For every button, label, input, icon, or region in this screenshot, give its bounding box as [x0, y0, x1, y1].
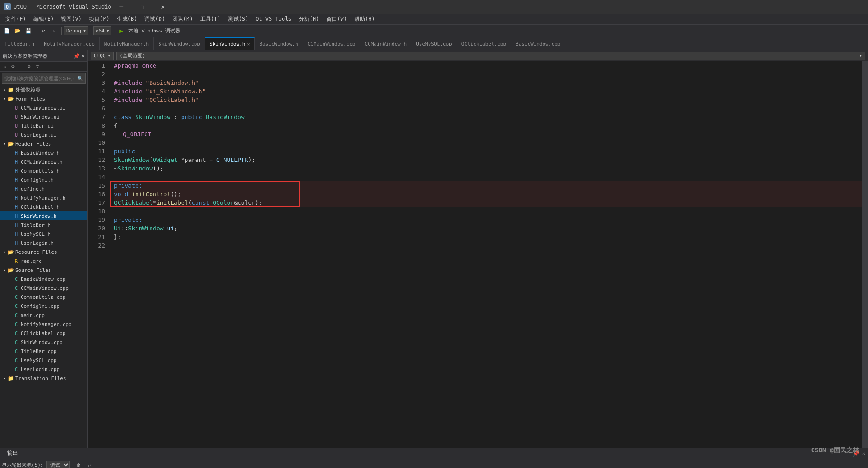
- menu-item[interactable]: 窗口(W): [323, 14, 351, 24]
- menu-item[interactable]: 生成(B): [113, 14, 141, 24]
- output-clear-btn[interactable]: 🗑: [73, 460, 83, 468]
- menu-item[interactable]: 视图(V): [57, 14, 85, 24]
- editor-tab[interactable]: CCMainWindow.cpp: [303, 37, 361, 50]
- tree-folder[interactable]: ▸📁外部依赖项: [0, 85, 87, 94]
- menu-item[interactable]: 测试(S): [224, 14, 252, 24]
- tree-file[interactable]: Rres.qrc: [0, 257, 87, 266]
- tree-file[interactable]: HCCMainWindow.h: [0, 157, 87, 166]
- undo-btn[interactable]: ↩: [38, 26, 48, 36]
- tree-file[interactable]: CUserLogin.cpp: [0, 365, 87, 374]
- tree-file[interactable]: HQClickLabel.h: [0, 202, 87, 211]
- new-file-btn[interactable]: 📄: [2, 26, 12, 36]
- se-collapse-btn[interactable]: —: [17, 63, 25, 71]
- tree-node-icon: H: [13, 159, 20, 165]
- tree-file[interactable]: CUseMySQL.cpp: [0, 356, 87, 365]
- editor-tab[interactable]: QClickLabel.cpp: [457, 37, 511, 50]
- tree-file[interactable]: UTitleBar.ui: [0, 121, 87, 130]
- tree-file[interactable]: CSkinWindow.cpp: [0, 338, 87, 347]
- editor-tab[interactable]: SkinWindow.h✕: [205, 37, 255, 50]
- tree-file[interactable]: UUserLogin.ui: [0, 130, 87, 139]
- tree-folder[interactable]: ▾📂Source Files: [0, 266, 87, 275]
- tree-file[interactable]: CNotifyManager.cpp: [0, 320, 87, 329]
- menu-item[interactable]: 帮助(H): [351, 14, 379, 24]
- menu-item[interactable]: 分析(N): [295, 14, 323, 24]
- output-wrap-btn[interactable]: ↵: [84, 460, 94, 468]
- se-filter-btn[interactable]: ▽: [33, 63, 41, 71]
- platform-dropdown[interactable]: x64 ▾: [93, 26, 112, 35]
- se-refresh-btn[interactable]: ⟳: [9, 63, 17, 71]
- editor-scrollbar[interactable]: [862, 61, 868, 448]
- redo-btn[interactable]: ↪: [49, 26, 59, 36]
- tree-file[interactable]: HUserLogin.h: [0, 239, 87, 248]
- tree-file[interactable]: HConfiglni.h: [0, 175, 87, 184]
- minimize-button[interactable]: ─: [111, 0, 132, 14]
- code-content[interactable]: #pragma once #include "BasicWindow.h"#in…: [110, 61, 862, 448]
- tree-folder[interactable]: ▾📂Header Files: [0, 139, 87, 148]
- bottom-panel-tabs: 输出 📌 ✕: [0, 448, 868, 459]
- tree-file[interactable]: CBasicWindow.cpp: [0, 275, 87, 284]
- menu-item[interactable]: 调试(D): [141, 14, 169, 24]
- se-close-btn[interactable]: ✕: [82, 53, 85, 59]
- tree-node-label: Translation Files: [15, 376, 66, 381]
- tree-folder[interactable]: ▾📂Form Files: [0, 94, 87, 103]
- maximize-button[interactable]: ☐: [132, 0, 153, 14]
- tree-file[interactable]: Cmain.cpp: [0, 311, 87, 320]
- tree-file[interactable]: HTitleBar.h: [0, 220, 87, 229]
- tree-file[interactable]: HSkinWindow.h: [0, 211, 87, 220]
- tree-folder[interactable]: ▾📂Resource Files: [0, 248, 87, 257]
- tree-file[interactable]: UCCMainWindow.ui: [0, 103, 87, 112]
- se-toolbar: ↕ ⟳ — ⚙ ▽: [0, 62, 87, 72]
- editor-tab[interactable]: NotifyManager.h: [100, 37, 154, 50]
- tree-file[interactable]: USkinWindow.ui: [0, 112, 87, 121]
- output-tab[interactable]: 输出: [3, 448, 23, 459]
- menu-item[interactable]: 团队(M): [169, 14, 196, 24]
- tree-file[interactable]: HUseMySQL.h: [0, 229, 87, 239]
- menu-item[interactable]: 编辑(E): [30, 14, 58, 24]
- tree-node-icon: C: [13, 349, 20, 354]
- scope-selector[interactable]: (全局范围) ▾: [116, 52, 865, 60]
- project-dropdown-icon: ▾: [108, 53, 111, 59]
- tree-file[interactable]: CConfiglni.cpp: [0, 302, 87, 311]
- tree-node-label: Configlni.h: [21, 177, 54, 183]
- menu-item[interactable]: 文件(F): [2, 14, 30, 24]
- bp-close-btn[interactable]: ✕: [862, 450, 865, 457]
- se-settings-btn[interactable]: ⚙: [25, 63, 33, 71]
- tab-close-btn[interactable]: ✕: [247, 41, 250, 46]
- tree-file[interactable]: CCCMainWindow.cpp: [0, 284, 87, 293]
- window-controls: ─ ☐ ✕: [111, 0, 174, 14]
- config-dropdown[interactable]: Debug ▾: [64, 26, 88, 35]
- project-selector[interactable]: QtQQ ▾: [91, 52, 114, 60]
- tree-file[interactable]: HCommonUtils.h: [0, 166, 87, 175]
- editor-tab[interactable]: NotifyManager.cpp: [39, 37, 100, 50]
- tree-file[interactable]: CCommonUtils.cpp: [0, 293, 87, 302]
- save-btn[interactable]: 💾: [23, 26, 33, 36]
- editor-tab[interactable]: CCMainWindow.h: [360, 37, 411, 50]
- menu-item[interactable]: 项目(P): [85, 14, 113, 24]
- code-line: [114, 173, 862, 181]
- tree-file[interactable]: Hdefine.h: [0, 184, 87, 193]
- tree-node-icon: H: [13, 213, 20, 219]
- editor-tab[interactable]: TitleBar.h: [0, 37, 39, 50]
- se-sync-btn[interactable]: ↕: [1, 63, 9, 71]
- tree-folder[interactable]: ▸📁Translation Files: [0, 374, 87, 383]
- editor-tab[interactable]: SkinWindow.cpp: [154, 37, 205, 50]
- editor-tab[interactable]: BasicWindow.cpp: [511, 37, 565, 50]
- tree-file[interactable]: CQClickLabel.cpp: [0, 329, 87, 338]
- menu-item[interactable]: 工具(T): [196, 14, 224, 24]
- code-line: Q_OBJECT: [114, 130, 862, 138]
- se-search-box[interactable]: 🔍: [2, 73, 86, 84]
- tree-file[interactable]: CTitleBar.cpp: [0, 347, 87, 356]
- se-search-input[interactable]: [4, 76, 77, 81]
- open-btn[interactable]: 📂: [13, 26, 23, 36]
- title-bar: Q QtQQ - Microsoft Visual Studio ─ ☐ ✕: [0, 0, 868, 14]
- menu-item[interactable]: Qt VS Tools: [252, 14, 295, 23]
- start-debug-btn[interactable]: ▶: [116, 26, 126, 36]
- close-button[interactable]: ✕: [153, 0, 174, 14]
- tree-file[interactable]: HBasicWindow.h: [0, 148, 87, 157]
- tree-file[interactable]: HNotifyManager.h: [0, 193, 87, 202]
- output-source-select[interactable]: 调试: [46, 461, 70, 468]
- editor-tab[interactable]: BasicWindow.h: [255, 37, 303, 50]
- se-pin-btn[interactable]: 📌: [73, 53, 80, 59]
- code-line: [114, 207, 862, 216]
- editor-tab[interactable]: UseMySQL.cpp: [411, 37, 457, 50]
